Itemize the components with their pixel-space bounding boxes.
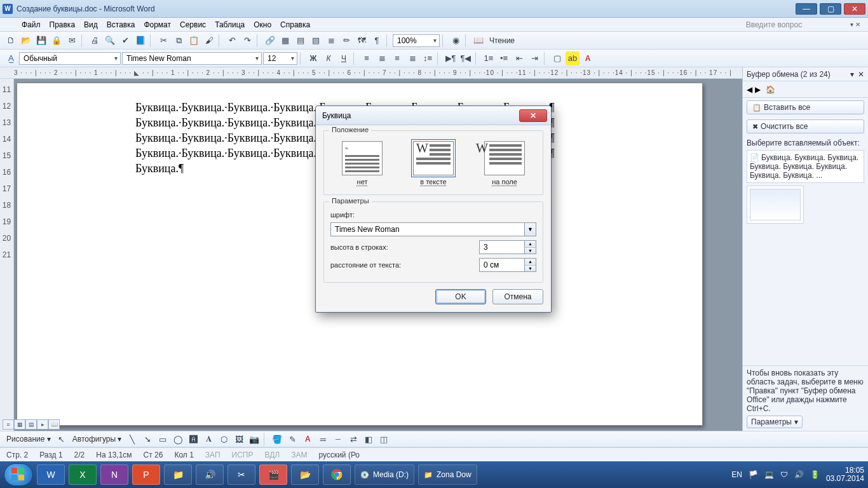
status-rec[interactable]: ЗАП: [205, 451, 220, 459]
minimize-button[interactable]: —: [796, 3, 817, 15]
taskbar-app-icon[interactable]: 🎬: [259, 464, 287, 485]
doc-map-button[interactable]: 🗺: [355, 34, 369, 48]
style-select[interactable]: Обычный: [19, 52, 121, 65]
paste-all-button[interactable]: 📋 Вставить все: [747, 100, 864, 114]
taskbar-excel-icon[interactable]: X: [69, 464, 97, 485]
taskpane-forward-icon[interactable]: ▶: [755, 85, 761, 94]
tray-flag-icon[interactable]: 🏳️: [749, 470, 758, 479]
open-button[interactable]: 📂: [19, 34, 33, 48]
underline-button[interactable]: Ч: [337, 51, 351, 65]
chevron-down-icon[interactable]: ▼: [524, 223, 536, 236]
font-select[interactable]: Times New Roman: [122, 52, 262, 65]
taskbar-word-icon[interactable]: W: [37, 464, 65, 485]
ok-button[interactable]: OK: [435, 289, 486, 304]
select-objects-button[interactable]: ↖: [55, 432, 69, 446]
tables-borders-button[interactable]: ▦: [278, 34, 292, 48]
taskpane-home-icon[interactable]: 🏠: [766, 85, 775, 94]
web-layout-button[interactable]: ▦: [14, 419, 25, 430]
highlight-button[interactable]: ab: [566, 51, 580, 65]
taskbar-snipping-icon[interactable]: ✂: [227, 464, 255, 485]
align-left-button[interactable]: ≡: [360, 51, 374, 65]
cancel-button[interactable]: Отмена: [492, 289, 543, 304]
spin-up-icon[interactable]: ▲: [525, 259, 536, 266]
tray-battery-icon[interactable]: 🔋: [810, 470, 820, 479]
excel-button[interactable]: ▧: [309, 34, 323, 48]
clipboard-item-text[interactable]: 📄 Буквица. Буквица. Буквица. Буквица. Бу…: [747, 150, 864, 183]
tray-keyboard-layout[interactable]: EN: [731, 470, 742, 479]
outline-view-button[interactable]: ▸: [37, 419, 48, 430]
status-track[interactable]: ИСПР: [232, 451, 254, 459]
spellcheck-button[interactable]: ✔: [118, 34, 132, 48]
horizontal-ruler[interactable]: 3 · · · | · · · 2 · · · | · · · 1 · · · …: [0, 67, 742, 79]
rectangle-shape-button[interactable]: ▭: [156, 432, 170, 446]
font-color-button[interactable]: A: [581, 51, 595, 65]
picture-button[interactable]: 📷: [247, 432, 261, 446]
taskbar-media-icon[interactable]: 🔊: [196, 464, 224, 485]
menu-dropdown-icon[interactable]: ▾ ✕: [846, 20, 864, 29]
numbering-button[interactable]: 1≡: [482, 51, 496, 65]
start-button[interactable]: [4, 463, 33, 486]
font-color-draw-button[interactable]: A: [301, 432, 315, 446]
increase-indent-button[interactable]: ⇥: [527, 51, 541, 65]
print-layout-button[interactable]: ▤: [25, 419, 37, 430]
arrow-shape-button[interactable]: ➘: [140, 432, 154, 446]
maximize-button[interactable]: ▢: [820, 3, 841, 15]
ltr-button[interactable]: ▶¶: [444, 51, 458, 65]
taskbar-folder-button[interactable]: 📁 Zona Dow: [418, 464, 477, 485]
italic-button[interactable]: К: [322, 51, 336, 65]
distance-spinner[interactable]: 0 см ▲▼: [479, 258, 536, 272]
textbox-button[interactable]: 🅰: [186, 432, 200, 446]
taskpane-close-icon[interactable]: ✕: [858, 70, 864, 79]
tray-network-icon[interactable]: 💻: [764, 470, 774, 479]
permissions-button[interactable]: 🔒: [50, 34, 64, 48]
cut-button[interactable]: ✂: [156, 34, 170, 48]
menu-format[interactable]: Формат: [140, 19, 175, 30]
fill-color-button[interactable]: 🪣: [270, 432, 284, 446]
format-painter-button[interactable]: 🖌: [202, 34, 216, 48]
print-button[interactable]: 🖨: [88, 34, 102, 48]
menu-view[interactable]: Вид: [80, 19, 102, 30]
bold-button[interactable]: Ж: [306, 51, 320, 65]
oval-shape-button[interactable]: ◯: [171, 432, 185, 446]
spin-down-icon[interactable]: ▼: [525, 266, 536, 272]
justify-button[interactable]: ≣: [405, 51, 419, 65]
help-button[interactable]: ◉: [449, 34, 463, 48]
copy-button[interactable]: ⧉: [172, 34, 186, 48]
clear-all-button[interactable]: ✖ Очистить все: [747, 119, 864, 133]
show-formatting-button[interactable]: ¶: [370, 34, 384, 48]
clipart-button[interactable]: 🖼: [232, 432, 246, 446]
drawing-button[interactable]: ✏: [339, 34, 353, 48]
tray-volume-icon[interactable]: 🔊: [794, 470, 804, 479]
line-spacing-button[interactable]: ↕≡: [421, 51, 435, 65]
menu-window[interactable]: Окно: [250, 19, 275, 30]
menu-edit[interactable]: Правка: [46, 19, 79, 30]
taskbar-folder-icon[interactable]: 📂: [291, 464, 319, 485]
columns-button[interactable]: ≣: [324, 34, 338, 48]
decrease-indent-button[interactable]: ⇤: [512, 51, 526, 65]
position-margin-option[interactable]: W на поле: [480, 139, 529, 188]
font-size-select[interactable]: 12: [263, 52, 297, 65]
align-center-button[interactable]: ≣: [375, 51, 389, 65]
hyperlink-button[interactable]: 🔗: [263, 34, 277, 48]
paste-button[interactable]: 📋: [187, 34, 201, 48]
autoshapes-menu[interactable]: Автофигуры ▾: [70, 435, 125, 444]
print-preview-button[interactable]: 🔍: [103, 34, 117, 48]
borders-button[interactable]: ▢: [550, 51, 564, 65]
line-color-button[interactable]: ✎: [285, 432, 299, 446]
vertical-ruler[interactable]: 1112131415161718192021: [0, 79, 14, 431]
align-right-button[interactable]: ≡: [390, 51, 404, 65]
new-doc-button[interactable]: 🗋: [4, 34, 18, 48]
menu-insert[interactable]: Вставка: [103, 19, 139, 30]
dialog-close-button[interactable]: ✕: [519, 109, 547, 122]
menu-tools[interactable]: Сервис: [176, 19, 210, 30]
menu-table[interactable]: Таблица: [211, 19, 248, 30]
arrow-style-button[interactable]: ⇄: [346, 432, 360, 446]
status-ovr[interactable]: ЗАМ: [291, 451, 307, 459]
clipboard-item-image[interactable]: [747, 186, 804, 224]
insert-table-button[interactable]: ▤: [294, 34, 308, 48]
help-search-box[interactable]: Введите вопрос: [742, 19, 841, 30]
drawing-menu[interactable]: Рисование ▾: [4, 435, 53, 444]
reading-view-button[interactable]: 📖: [48, 419, 60, 430]
position-dropped-option[interactable]: W в тексте: [409, 139, 458, 188]
taskbar-onenote-icon[interactable]: N: [100, 464, 128, 485]
